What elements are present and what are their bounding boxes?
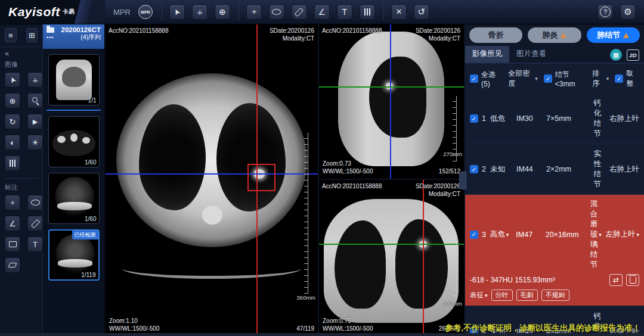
round-label[interactable]: 取整	[626, 69, 639, 89]
brightness-button[interactable]: ☀	[27, 135, 43, 150]
invert-contrast-button[interactable]: ◐	[5, 135, 20, 150]
magnifier-icon	[31, 97, 39, 105]
app-logo: Kayisoft 卡易	[0, 0, 105, 24]
tab-pneumonia[interactable]: 肺炎	[528, 27, 581, 43]
rectangle-annotation-button[interactable]	[5, 237, 20, 252]
crosshair-vertical-blue[interactable]	[390, 24, 391, 179]
thumbnail-scout-xray[interactable]: 1/1	[48, 54, 100, 105]
delete-nodule-button[interactable]	[626, 274, 639, 286]
delete-annotation-button[interactable]: ×	[391, 4, 407, 20]
thumbnail-index: 1/60	[85, 159, 96, 166]
size-filter-label[interactable]: 结节<3mm	[555, 70, 587, 88]
pan-tool-button[interactable]: ↔↕	[27, 72, 43, 88]
text-icon: T	[33, 240, 38, 249]
help-button[interactable]: ?	[597, 4, 613, 20]
rotate-tool-button[interactable]: ↻	[5, 114, 20, 129]
pan-tool-button[interactable]: ↔↕	[192, 4, 208, 20]
thumbnail-axial-series[interactable]: 1/60	[48, 116, 100, 167]
mpr-mode-button[interactable]: MPR	[138, 4, 153, 20]
logo-text: Kayisoft	[8, 5, 60, 19]
crosshair-horizontal-green[interactable]	[319, 86, 464, 88]
tab-lung-nodule[interactable]: 肺结节	[587, 27, 640, 43]
window-levels-button[interactable]	[5, 155, 20, 171]
text-annotation-button[interactable]: T	[27, 237, 43, 252]
row-checkbox[interactable]: ✓	[470, 165, 478, 173]
crosshair-horizontal-green[interactable]	[319, 244, 464, 245]
row-checkbox[interactable]: ✓	[470, 231, 478, 239]
thumbnail-ct-series[interactable]: 1/60	[48, 173, 100, 224]
features-dropdown[interactable]: 表征▾	[470, 291, 488, 300]
nodule-number: 1	[482, 114, 490, 123]
levels-tool-button[interactable]	[360, 4, 375, 20]
nodule-location: 右肺上叶	[601, 114, 639, 124]
subtab-image-view[interactable]: 图片查看	[509, 46, 553, 63]
rectangle-icon	[9, 241, 17, 247]
ellipse-annotation-button[interactable]	[27, 195, 43, 210]
angle-annotation-button[interactable]: ∠	[5, 216, 20, 231]
location-dropdown[interactable]: 左肺上叶▾	[602, 229, 639, 239]
row-checkbox[interactable]: ✓	[470, 114, 478, 123]
nodule-detection-box[interactable]	[247, 164, 275, 191]
crosshair-vertical-red[interactable]	[423, 180, 424, 336]
tab-fracture[interactable]: 骨折	[469, 27, 522, 43]
brightness-icon: ☀	[32, 138, 39, 147]
crosshair-annotation-button[interactable]: ＋	[5, 195, 20, 210]
type-dropdown[interactable]: 混合磨玻璃结节▾	[590, 199, 602, 270]
magnifier-tool-button[interactable]	[27, 93, 43, 108]
size-filter-checkbox[interactable]: ✓	[544, 74, 552, 83]
angle-tool-button[interactable]: ∠	[314, 4, 330, 20]
feature-tag-spiculation[interactable]: 毛刺	[516, 290, 538, 301]
layout-button[interactable]: ⊞	[26, 28, 38, 42]
feature-tag-irregular[interactable]: 不规则	[541, 290, 569, 301]
annotation-section-label: 标注	[0, 182, 42, 194]
subtab-findings[interactable]: 影像所见	[465, 46, 509, 63]
density-dropdown[interactable]: 全部密度▾	[508, 69, 538, 89]
zoom-in-tool-button[interactable]: ⊕	[5, 93, 20, 108]
select-all-checkbox[interactable]: ✓	[470, 74, 478, 83]
left-tool-sidebar: ≡ ⊞ « 图像 ➤ ↔↕ ⊕ ↻ ▶ ◐ ☀ 标注 ＋ ∠ T	[0, 24, 43, 336]
settings-button[interactable]: ⚙	[620, 4, 636, 20]
more-icon[interactable]: •••	[47, 35, 54, 41]
reset-button[interactable]: ↺	[414, 4, 429, 20]
relocate-button[interactable]: ⇄	[609, 274, 623, 286]
pointer-tool-button[interactable]: ➤	[169, 4, 185, 20]
ruler-icon	[295, 7, 304, 17]
panel-collapse-handle[interactable]	[459, 172, 466, 189]
crosshair-horizontal-blue[interactable]	[106, 173, 318, 175]
text-tool-button[interactable]: T	[337, 4, 352, 20]
accession-number: AccNO:202101158888	[109, 27, 168, 35]
2d-view-button[interactable]: 2D	[627, 49, 639, 61]
axial-viewport[interactable]: 360mm AccNO:202101158888 SDate:20200126 …	[106, 24, 318, 336]
ruler-label: 360mm	[296, 294, 315, 301]
ruler-tool-button[interactable]	[292, 4, 307, 20]
risk-dropdown[interactable]: 高危▾	[490, 229, 516, 239]
collapse-sidebar-button[interactable]: «	[0, 47, 42, 60]
cine-play-button[interactable]: ▶	[27, 114, 43, 129]
ruler-annotation-button[interactable]	[27, 216, 43, 231]
app-window: Kayisoft 卡易 MPR MPR ➤ ↔↕ ⊕ ＋ ∠ T × ↺ ? ⚙…	[0, 0, 644, 336]
film-view-button[interactable]: ▦	[610, 49, 622, 61]
contrast-icon: ◐	[10, 138, 15, 147]
warning-icon	[561, 33, 566, 38]
round-checkbox[interactable]: ✓	[615, 74, 623, 83]
crosshair-tool-button[interactable]: ＋	[246, 4, 262, 20]
nodule-row-2[interactable]: ✓ 2 未知 IM44 2×2mm 实性结节 右肺上叶	[465, 144, 644, 195]
series-list-button[interactable]: ≡	[5, 28, 17, 42]
coronal-viewport[interactable]: 270mm AccNO:202101158888 SDate:20200126 …	[319, 180, 464, 336]
study-info: SDate:20200126 Modality:CT	[270, 27, 314, 42]
series-header[interactable]: 20200126CT ••• (4)序列	[43, 24, 104, 49]
pointer-tool-button[interactable]: ➤	[5, 72, 20, 88]
sagittal-viewport[interactable]: 270mm AccNO:202101158888 SDate:20200126 …	[319, 24, 464, 179]
sort-dropdown[interactable]: 排序▾	[592, 69, 609, 89]
eraser-button[interactable]	[5, 257, 20, 273]
zoom-tool-button[interactable]: ⊕	[215, 4, 230, 20]
series-count: (4)序列	[80, 33, 101, 42]
nodule-row-3-selected[interactable]: ✓ 3 高危▾ IM47 20×16mm 混合磨玻璃结节▾ 左肺上叶▾ -618…	[465, 195, 644, 306]
ellipse-tool-button[interactable]	[269, 4, 284, 20]
thumbnail-ct-series-selected[interactable]: 已经检测 1/119	[48, 229, 100, 281]
feature-tag-lobulation[interactable]: 分叶	[491, 290, 513, 301]
sliders-icon	[367, 8, 368, 15]
select-all-label[interactable]: 全选(5)	[481, 70, 502, 88]
nodule-row-1[interactable]: ✓ 1 低危 IM30 7×5mm 钙化结节 右肺上叶	[465, 94, 644, 144]
panel-subtabs: 影像所见 图片查看 ▦ 2D	[465, 46, 644, 64]
